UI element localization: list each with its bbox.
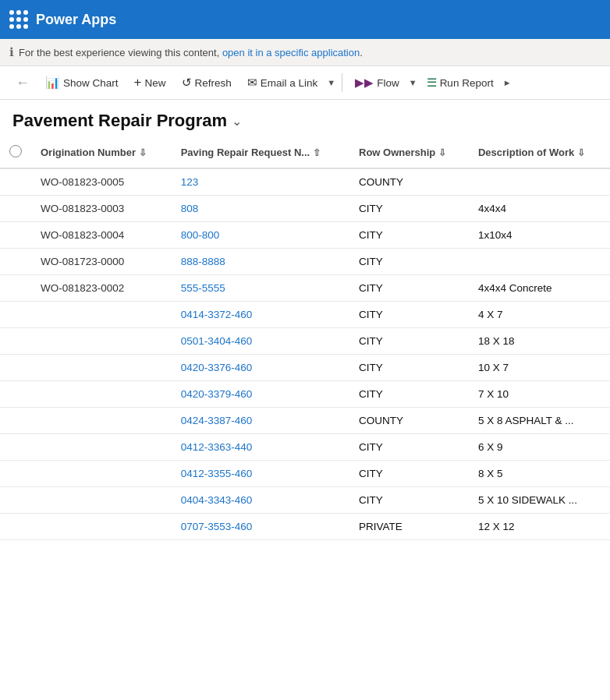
row-checkbox-cell (0, 461, 31, 487)
info-link[interactable]: open it in a specific application (222, 47, 360, 58)
cell-ownership: CITY (349, 275, 469, 302)
cell-paving[interactable]: 0420-3376-460 (172, 355, 349, 381)
ownership-sort-icon[interactable]: ⇩ (438, 147, 446, 158)
cell-paving[interactable]: 0420-3379-460 (172, 381, 349, 408)
paving-link[interactable]: 0412-3363-440 (181, 441, 253, 453)
table-row: 0404-3343-460CITY5 X 10 SIDEWALK ... (0, 487, 610, 514)
col-description[interactable]: Description of Work ⇩ (469, 137, 610, 168)
paving-link[interactable]: 0414-3372-460 (181, 309, 253, 320)
cell-ownership: PRIVATE (349, 514, 469, 540)
cell-paving[interactable]: 555-5555 (172, 275, 349, 302)
paving-link[interactable]: 0412-3355-460 (181, 468, 253, 479)
run-report-chevron[interactable]: ► (503, 78, 512, 87)
new-button[interactable]: + New (128, 71, 172, 94)
cell-paving[interactable]: 123 (172, 168, 349, 196)
paving-link[interactable]: 0420-3379-460 (181, 388, 253, 400)
row-checkbox-cell (0, 434, 31, 461)
paving-link[interactable]: 0501-3404-460 (181, 335, 253, 347)
cell-origination: WO-081823-0004 (31, 222, 172, 249)
cell-paving[interactable]: 0412-3363-440 (172, 434, 349, 461)
cell-paving[interactable]: 800-800 (172, 222, 349, 249)
cell-paving[interactable]: 0501-3404-460 (172, 328, 349, 355)
table-row: 0501-3404-460CITY18 X 18 (0, 328, 610, 355)
cell-origination (31, 461, 172, 487)
data-table: Origination Number ⇩ Paving Repair Reque… (0, 137, 610, 540)
table-row: 0412-3355-460CITY8 X 5 (0, 461, 610, 487)
row-checkbox-cell (0, 168, 31, 196)
email-link-button[interactable]: ✉ Email a Link (241, 72, 325, 94)
back-button[interactable]: ← (9, 72, 36, 94)
select-all-checkbox[interactable] (9, 145, 22, 157)
origination-sort-icon[interactable]: ⇩ (139, 147, 147, 158)
cell-paving[interactable]: 0412-3355-460 (172, 461, 349, 487)
col-ownership[interactable]: Row Ownership ⇩ (349, 137, 469, 168)
cell-paving[interactable]: 0424-3387-460 (172, 408, 349, 434)
paving-link[interactable]: 808 (181, 203, 199, 214)
paving-sort-icon[interactable]: ⇧ (313, 147, 321, 158)
cell-paving[interactable]: 0404-3343-460 (172, 487, 349, 514)
cell-ownership: COUNTY (349, 168, 469, 196)
cell-paving[interactable]: 808 (172, 196, 349, 222)
row-checkbox-cell (0, 249, 31, 275)
paving-link[interactable]: 888-8888 (181, 256, 225, 267)
cell-description: 4 X 7 (469, 302, 610, 328)
cell-origination (31, 355, 172, 381)
table-row: 0420-3379-460CITY7 X 10 (0, 381, 610, 408)
toolbar-separator (342, 73, 342, 92)
cell-origination: WO-081823-0005 (31, 168, 172, 196)
show-chart-button[interactable]: 📊 Show Chart (39, 72, 125, 94)
cell-ownership: CITY (349, 302, 469, 328)
waffle-icon[interactable] (9, 10, 28, 29)
cell-origination (31, 328, 172, 355)
row-checkbox-cell (0, 487, 31, 514)
cell-description: 12 X 12 (469, 514, 610, 540)
paving-link[interactable]: 0424-3387-460 (181, 415, 253, 426)
page-title: Pavement Repair Program (12, 111, 227, 131)
refresh-button[interactable]: ↺ Refresh (176, 72, 238, 94)
paving-link[interactable]: 123 (181, 176, 199, 188)
select-all-col[interactable] (0, 137, 31, 168)
flow-chevron[interactable]: ▼ (409, 78, 417, 87)
cell-ownership: CITY (349, 249, 469, 275)
row-checkbox-cell (0, 355, 31, 381)
cell-origination (31, 487, 172, 514)
paving-link[interactable]: 800-800 (181, 229, 220, 241)
email-icon: ✉ (247, 76, 257, 90)
cell-origination (31, 381, 172, 408)
cell-origination (31, 408, 172, 434)
paving-link[interactable]: 0420-3376-460 (181, 362, 253, 373)
paving-link[interactable]: 0707-3553-460 (181, 521, 253, 532)
table-row: 0424-3387-460COUNTY5 X 8 ASPHALT & ... (0, 408, 610, 434)
table-row: 0420-3376-460CITY10 X 7 (0, 355, 610, 381)
email-link-chevron[interactable]: ▼ (327, 78, 335, 87)
description-sort-icon[interactable]: ⇩ (577, 147, 585, 158)
cell-ownership: CITY (349, 355, 469, 381)
paving-link[interactable]: 555-5555 (181, 282, 225, 294)
cell-ownership: CITY (349, 434, 469, 461)
row-checkbox-cell (0, 196, 31, 222)
table-row: WO-081823-0005123COUNTY (0, 168, 610, 196)
cell-paving[interactable]: 0707-3553-460 (172, 514, 349, 540)
info-icon: ℹ (9, 45, 14, 59)
paving-link[interactable]: 0404-3343-460 (181, 494, 253, 506)
row-checkbox-cell (0, 408, 31, 434)
chart-icon: 📊 (45, 76, 60, 90)
refresh-icon: ↺ (182, 76, 192, 90)
run-report-button[interactable]: ☰ Run Report (420, 72, 500, 94)
page-title-chevron[interactable]: ⌄ (232, 114, 242, 129)
col-paving[interactable]: Paving Repair Request N... ⇧ (172, 137, 349, 168)
toolbar: ← 📊 Show Chart + New ↺ Refresh ✉ Email a… (0, 66, 610, 100)
table-row: WO-081823-0002555-5555CITY4x4x4 Concrete (0, 275, 610, 302)
cell-description: 7 X 10 (469, 381, 610, 408)
col-origination[interactable]: Origination Number ⇩ (31, 137, 172, 168)
table-row: 0414-3372-460CITY4 X 7 (0, 302, 610, 328)
cell-ownership: CITY (349, 328, 469, 355)
data-table-wrapper: Origination Number ⇩ Paving Repair Reque… (0, 137, 610, 540)
table-row: WO-081823-0004800-800CITY1x10x4 (0, 222, 610, 249)
cell-description: 18 X 18 (469, 328, 610, 355)
flow-button[interactable]: ▶▶ Flow (349, 72, 406, 94)
cell-paving[interactable]: 0414-3372-460 (172, 302, 349, 328)
table-row: 0412-3363-440CITY6 X 9 (0, 434, 610, 461)
cell-description: 8 X 5 (469, 461, 610, 487)
cell-paving[interactable]: 888-8888 (172, 249, 349, 275)
